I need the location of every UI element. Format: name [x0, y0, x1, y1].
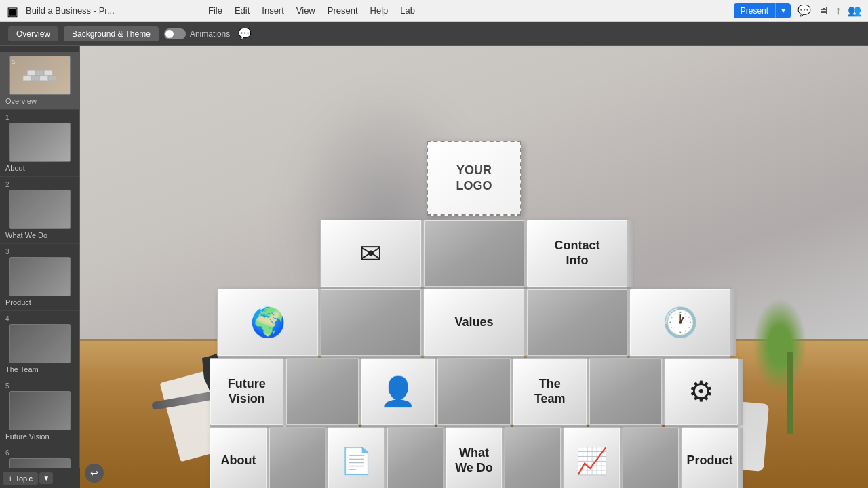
- tab-overview[interactable]: Overview: [8, 26, 58, 41]
- slide-label-about: About: [5, 164, 25, 172]
- logo-block[interactable]: YOURLOGO: [427, 141, 521, 216]
- titlebar: ▣ Build a Business - Pr... FileEditInser…: [0, 0, 868, 22]
- comment-toolbar-icon[interactable]: 💬: [238, 27, 252, 40]
- sidebar-item-future[interactable]: 5Future Vision: [0, 378, 79, 445]
- present-button[interactable]: Present: [734, 3, 775, 18]
- block-document[interactable]: 📄: [328, 427, 385, 488]
- add-topic-button[interactable]: + Topic: [3, 472, 38, 485]
- block-globe[interactable]: 🌍: [217, 289, 319, 357]
- menu-file[interactable]: File: [203, 4, 228, 17]
- slide-number: 2: [5, 181, 9, 188]
- menu-insert[interactable]: Insert: [256, 4, 290, 17]
- slide-number: 3: [5, 248, 9, 256]
- block-chart[interactable]: 📈: [563, 427, 620, 488]
- block-clock[interactable]: 🕐: [629, 289, 731, 357]
- slide-number: 1: [5, 114, 9, 121]
- sidebar-item-team[interactable]: 4The Team: [0, 311, 79, 378]
- pyramid-row-4: FutureVision 👤 TheTeam ⚙: [210, 358, 738, 426]
- menu-help[interactable]: Help: [365, 4, 394, 17]
- block-contact-info[interactable]: ContactInfo: [526, 220, 628, 287]
- block-gray-4: [285, 358, 360, 426]
- slide-thumbnail-about: [9, 123, 71, 162]
- menu-present[interactable]: Present: [322, 4, 363, 17]
- slides-sidebar: ⌂Overview1About2What We Do3Product4The T…: [0, 46, 80, 488]
- animations-toggle[interactable]: [164, 28, 186, 39]
- slide-label-team: The Team: [5, 365, 39, 373]
- block-gray-5: [437, 358, 511, 426]
- canvas-area: YOURLOGO ✉ ContactInfo 🌍: [80, 46, 868, 488]
- email-icon: ✉: [359, 240, 382, 267]
- titlebar-actions: Present ▼ 💬 🖥 ↑ 👥: [734, 3, 861, 18]
- document-icon: 📄: [340, 448, 372, 474]
- present-button-group: Present ▼: [734, 3, 791, 18]
- slide-number: 4: [5, 315, 9, 323]
- slide-number: 6: [5, 449, 9, 457]
- back-arrow-button[interactable]: ↩: [85, 464, 104, 483]
- pyramid-blocks: YOURLOGO ✉ ContactInfo 🌍: [210, 141, 738, 488]
- block-gear[interactable]: ⚙: [664, 358, 738, 426]
- tab-background-theme[interactable]: Background & Theme: [64, 26, 159, 41]
- back-arrow-icon: ↩: [90, 468, 98, 479]
- contact-info-text: ContactInfo: [555, 239, 600, 268]
- home-icon: ⌂: [12, 58, 16, 65]
- block-person[interactable]: 👤: [361, 358, 435, 426]
- screen-icon[interactable]: 🖥: [818, 5, 829, 17]
- slide-label-product: Product: [5, 298, 31, 306]
- sidebar-item-product[interactable]: 3Product: [0, 244, 79, 311]
- sidebar-item-wwd[interactable]: 2What We Do: [0, 177, 79, 244]
- slide-label-overview: Overview: [5, 97, 37, 105]
- person-icon: 👤: [380, 378, 416, 406]
- block-gray-7: [269, 427, 326, 488]
- pyramid-row-5: About 📄 WhatWe Do 📈 Product: [210, 427, 738, 488]
- slide-thumbnail-wwd: [9, 190, 71, 229]
- slide-thumbnail-future: [9, 391, 71, 430]
- block-future-vision[interactable]: FutureVision: [210, 358, 284, 426]
- chart-icon: 📈: [576, 448, 608, 474]
- globe-icon: 🌍: [250, 308, 285, 337]
- add-topic-bar: + Topic ▼: [0, 468, 80, 488]
- user-icon[interactable]: 👥: [848, 4, 861, 17]
- block-email[interactable]: ✉: [320, 220, 422, 287]
- menu-bar: FileEditInsertViewPresentHelpLab: [203, 4, 734, 17]
- sidebar-item-about[interactable]: 1About: [0, 110, 79, 177]
- toolbar: Overview Background & Theme Animations 💬: [0, 22, 868, 46]
- present-dropdown-button[interactable]: ▼: [775, 3, 791, 18]
- plant-stem: [787, 352, 793, 434]
- toggle-knob: [165, 30, 174, 38]
- about-text: About: [220, 453, 256, 468]
- menu-view[interactable]: View: [291, 4, 321, 17]
- block-the-team[interactable]: TheTeam: [513, 358, 587, 426]
- plus-icon: +: [8, 474, 12, 483]
- block-gray-8: [387, 427, 444, 488]
- block-gray-6: [589, 358, 663, 426]
- block-values[interactable]: Values: [423, 289, 525, 357]
- main-layout: ⌂Overview1About2What We Do3Product4The T…: [0, 46, 868, 488]
- animations-label: Animations: [190, 29, 230, 39]
- slide-thumbnail-product: [9, 257, 71, 296]
- the-team-text: TheTeam: [534, 377, 566, 406]
- add-topic-dropdown[interactable]: ▼: [39, 472, 53, 484]
- app-title: Build a Business - Pr...: [26, 5, 203, 16]
- slide-thumbnail-overview: ⌂: [9, 56, 71, 95]
- pyramid-row-3: 🌍 Values 🕐: [210, 289, 738, 357]
- block-what-we-do[interactable]: WhatWe Do: [446, 427, 503, 488]
- future-vision-text: FutureVision: [228, 377, 266, 406]
- product-text: Product: [687, 453, 733, 468]
- menu-edit[interactable]: Edit: [229, 4, 255, 17]
- plant-decoration: [773, 298, 827, 434]
- plant-leaves: [753, 298, 807, 393]
- block-product[interactable]: Product: [681, 427, 738, 488]
- block-about[interactable]: About: [210, 427, 267, 488]
- share-icon[interactable]: ↑: [835, 5, 841, 17]
- animations-toggle-group: Animations: [164, 28, 230, 39]
- menu-lab[interactable]: Lab: [395, 4, 420, 17]
- block-gray-2: [320, 289, 422, 357]
- gear-icon: ⚙: [688, 378, 714, 406]
- logo-text: YOURLOGO: [456, 163, 492, 195]
- app-logo-icon: ▣: [7, 4, 20, 18]
- block-gray-9: [504, 427, 561, 488]
- clock-icon: 🕐: [663, 308, 698, 337]
- slide-thumbnail-team: [9, 324, 71, 363]
- sidebar-item-overview[interactable]: ⌂Overview: [0, 52, 79, 110]
- comment-icon[interactable]: 💬: [797, 4, 811, 17]
